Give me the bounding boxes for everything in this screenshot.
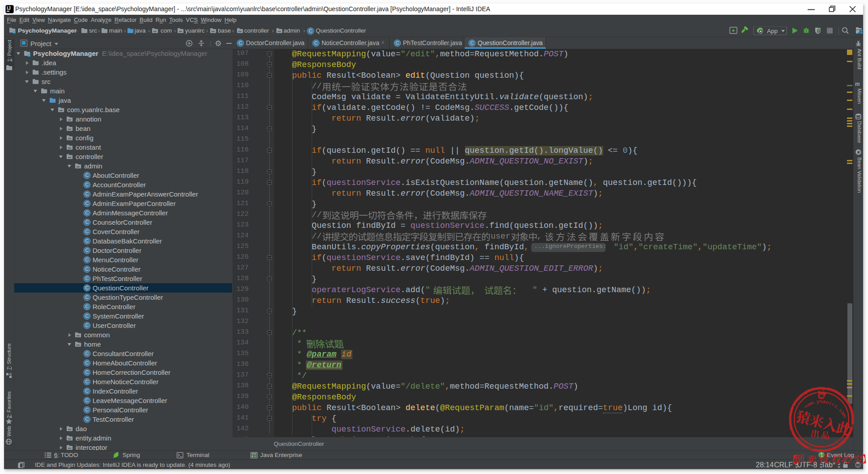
- svg-text:App: App: [767, 28, 778, 34]
- svg-text:C: C: [85, 247, 89, 253]
- svg-text:C: C: [396, 40, 399, 46]
- svg-text:C: C: [85, 313, 89, 319]
- svg-text:C: C: [85, 398, 89, 403]
- svg-text:C: C: [309, 28, 313, 34]
- svg-text:C: C: [85, 416, 89, 422]
- svg-text:C: C: [85, 285, 89, 290]
- svg-text:u: u: [820, 398, 823, 404]
- svg-text:C: C: [239, 40, 242, 46]
- svg-text:C: C: [85, 229, 89, 234]
- svg-text:C: C: [85, 210, 89, 215]
- svg-text:C: C: [85, 407, 89, 412]
- svg-text:C: C: [85, 276, 89, 281]
- svg-text:C: C: [85, 360, 89, 365]
- svg-text:C: C: [85, 323, 89, 328]
- svg-text:C: C: [85, 369, 89, 375]
- svg-text:C: C: [85, 266, 89, 272]
- svg-text:C: C: [470, 40, 474, 46]
- svg-text:C: C: [85, 257, 89, 262]
- svg-text:C: C: [85, 238, 89, 243]
- svg-text:C: C: [85, 304, 89, 309]
- svg-text:C: C: [85, 172, 89, 178]
- svg-text:⏹: ⏹: [760, 29, 762, 34]
- svg-text:C: C: [85, 351, 89, 356]
- svg-text:C: C: [85, 191, 89, 197]
- svg-text:C: C: [85, 379, 89, 384]
- svg-text:C: C: [85, 182, 89, 187]
- svg-text:C: C: [314, 40, 318, 46]
- svg-text:C: C: [85, 219, 89, 225]
- svg-text:C: C: [85, 201, 89, 206]
- svg-text:C: C: [85, 294, 89, 300]
- svg-text:C: C: [85, 388, 89, 394]
